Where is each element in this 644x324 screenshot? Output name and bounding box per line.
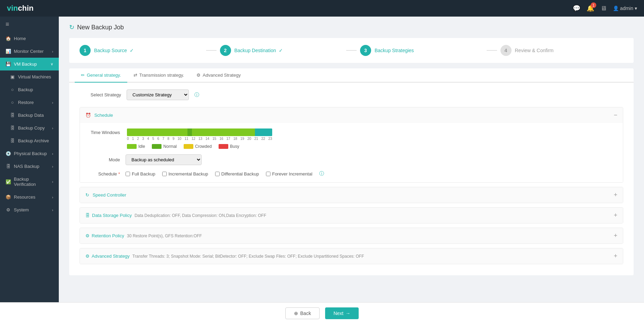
- tw-seg-13: [210, 128, 215, 136]
- tw-seg-0: [127, 128, 141, 136]
- backup-data-icon: 🗄: [10, 113, 15, 118]
- incremental-backup-checkbox[interactable]: [162, 172, 167, 176]
- physical-backup-arrow: ›: [52, 152, 53, 156]
- sidebar-item-backup-verification[interactable]: ✅ Backup Verification ›: [0, 173, 59, 191]
- sidebar-item-backup[interactable]: ○ Backup: [0, 83, 59, 96]
- sidebar-item-backup-data[interactable]: 🗄 Backup Data: [0, 109, 59, 122]
- speed-controller-header[interactable]: ↻ Speed Controller +: [80, 187, 623, 203]
- sidebar-item-resources[interactable]: 📦 Resources ›: [0, 191, 59, 203]
- data-storage-header[interactable]: 🗄 Data Storage Policy Data Deduplication…: [80, 208, 623, 223]
- steps-bar: 1 Backup Source ✓ 2 Backup Destination ✓: [69, 38, 634, 63]
- step-4: 4 Review & Confirm: [500, 45, 624, 56]
- restore-arrow: ›: [52, 101, 53, 105]
- step-1-check: ✓: [130, 48, 134, 53]
- tab-transmission-strategy[interactable]: ⇄ Transmission strategy.: [127, 68, 190, 83]
- admin-menu[interactable]: 👤 admin ▾: [613, 6, 637, 11]
- advanced-strategy-icon: ⚙: [85, 254, 90, 259]
- tw-seg-5: [164, 128, 170, 136]
- tab-advanced-strategy[interactable]: ⚙ Advanced Strategy: [190, 68, 247, 83]
- legend-busy: Busy: [219, 144, 239, 149]
- step-3: 3 Backup Strategies: [360, 45, 483, 56]
- checkbox-forever-incremental[interactable]: Forever Incremental: [266, 171, 312, 177]
- backup-copy-icon: 🗄: [10, 125, 15, 131]
- sidebar-item-restore[interactable]: ○ Restore ›: [0, 96, 59, 109]
- legend-normal: Normal: [152, 144, 177, 149]
- back-icon: ⊕: [294, 311, 298, 316]
- tw-seg-6: [170, 128, 176, 136]
- forever-incremental-checkbox[interactable]: [266, 172, 270, 176]
- schedule-field-label: Schedule *: [85, 171, 120, 177]
- strategy-select-dropdown[interactable]: Customize Strategy Default Strategy: [127, 89, 189, 100]
- main-layout: ≡ 🏠 Home 📊 Monitor Center › 💾 VM Backup …: [0, 17, 644, 302]
- sidebar-label-physical-backup: Physical Backup: [14, 151, 47, 156]
- time-windows-hours: 01234567891011121314151617181920212223: [127, 137, 272, 141]
- checkbox-incremental-backup[interactable]: Incremental Backup: [162, 171, 208, 177]
- nas-backup-arrow: ›: [52, 164, 53, 169]
- retention-policy-expand-btn[interactable]: +: [614, 232, 617, 239]
- step-2-label: Backup Destination ✓: [234, 48, 283, 53]
- strategy-info-icon[interactable]: ⓘ: [194, 92, 199, 98]
- sidebar-item-vm-backup[interactable]: 💾 VM Backup ∨: [0, 58, 59, 70]
- backup-archive-icon: 🗄: [10, 138, 15, 143]
- top-navigation: vinchin 💬 🔔 1 🖥 👤 admin ▾: [0, 0, 644, 17]
- tw-seg-17: [233, 128, 239, 136]
- advanced-strategy-title-group: ⚙ Advanced Strategy Transfer Threads: 3;…: [85, 254, 364, 259]
- sidebar-label-vm-backup: VM Backup: [14, 61, 37, 67]
- monitor-icon[interactable]: 🖥: [600, 5, 607, 12]
- legend-idle: Idle: [127, 144, 145, 149]
- checkbox-full-backup[interactable]: Full Backup: [126, 171, 155, 177]
- mode-row: Mode Backup as scheduled Manual backup: [85, 154, 617, 165]
- schedule-header[interactable]: ⏰ Schedule −: [80, 107, 623, 123]
- speed-controller-expand-btn[interactable]: +: [614, 191, 617, 199]
- data-storage-title: Data Storage Policy: [92, 213, 132, 218]
- back-button[interactable]: ⊕ Back: [285, 307, 320, 319]
- sidebar-item-backup-copy[interactable]: 🗄 Backup Copy ›: [0, 122, 59, 134]
- next-button[interactable]: Next →: [325, 307, 359, 319]
- sidebar-item-home[interactable]: 🏠 Home: [0, 32, 59, 45]
- notification-icon[interactable]: 🔔 1: [587, 4, 594, 12]
- step-2-circle: 2: [220, 45, 231, 56]
- speed-controller-section: ↻ Speed Controller +: [80, 187, 623, 203]
- resources-arrow: ›: [52, 195, 53, 199]
- sidebar-toggle[interactable]: ≡: [0, 17, 59, 32]
- backup-verification-arrow: ›: [52, 180, 53, 184]
- sidebar-label-nas-backup: NAS Backup: [14, 164, 39, 169]
- sidebar-label-backup-verification: Backup Verification: [14, 177, 49, 187]
- resources-icon: 📦: [6, 194, 11, 200]
- advanced-strategy-header[interactable]: ⚙ Advanced Strategy Transfer Threads: 3;…: [80, 248, 623, 264]
- tw-seg-16: [227, 128, 233, 136]
- step-1-label: Backup Source ✓: [94, 48, 134, 53]
- sidebar-label-virtual-machines: Virtual Machines: [18, 74, 51, 79]
- legend-crowded-label: Crowded: [195, 144, 212, 149]
- full-backup-checkbox[interactable]: [126, 172, 130, 176]
- advanced-strategy-summary: Transfer Threads: 3; Snapshot Mode: Seri…: [132, 254, 364, 259]
- sidebar-item-system[interactable]: ⚙ System ›: [0, 203, 59, 216]
- sidebar-item-monitor-center[interactable]: 📊 Monitor Center ›: [0, 45, 59, 58]
- sidebar-item-backup-archive[interactable]: 🗄 Backup Archive: [0, 134, 59, 147]
- legend-crowded: Crowded: [184, 144, 212, 149]
- pencil-icon: ✏: [81, 73, 85, 78]
- physical-backup-icon: 💿: [6, 151, 11, 156]
- mode-select-dropdown[interactable]: Backup as scheduled Manual backup: [126, 154, 202, 165]
- tw-seg-18: [239, 128, 245, 136]
- data-storage-expand-btn[interactable]: +: [614, 212, 617, 219]
- sidebar-item-nas-backup[interactable]: 🗄 NAS Backup ›: [0, 160, 59, 173]
- step-2: 2 Backup Destination ✓: [220, 45, 343, 56]
- schedule-title: Schedule: [94, 113, 113, 118]
- schedule-info-icon[interactable]: ⓘ: [319, 171, 324, 177]
- advanced-strategy-expand-btn[interactable]: +: [614, 252, 617, 260]
- sidebar-item-physical-backup[interactable]: 💿 Physical Backup ›: [0, 147, 59, 160]
- retention-policy-title-group: ⚙ Retention Policy 30 Restore Point(s), …: [85, 233, 202, 238]
- step-divider-3: [487, 50, 497, 51]
- differential-backup-checkbox[interactable]: [215, 172, 220, 176]
- sidebar-item-virtual-machines[interactable]: ▣ Virtual Machines: [0, 70, 59, 83]
- checkbox-differential-backup[interactable]: Differential Backup: [215, 171, 259, 177]
- step-2-check: ✓: [279, 48, 283, 53]
- app-logo: vinchin: [7, 4, 34, 13]
- step-divider-2: [346, 50, 357, 51]
- tw-seg-8: [182, 128, 187, 136]
- retention-policy-header[interactable]: ⚙ Retention Policy 30 Restore Point(s), …: [80, 228, 623, 244]
- tab-general-strategy[interactable]: ✏ General strategy.: [75, 68, 127, 83]
- schedule-collapse-btn[interactable]: −: [614, 112, 617, 119]
- chat-icon[interactable]: 💬: [573, 4, 580, 12]
